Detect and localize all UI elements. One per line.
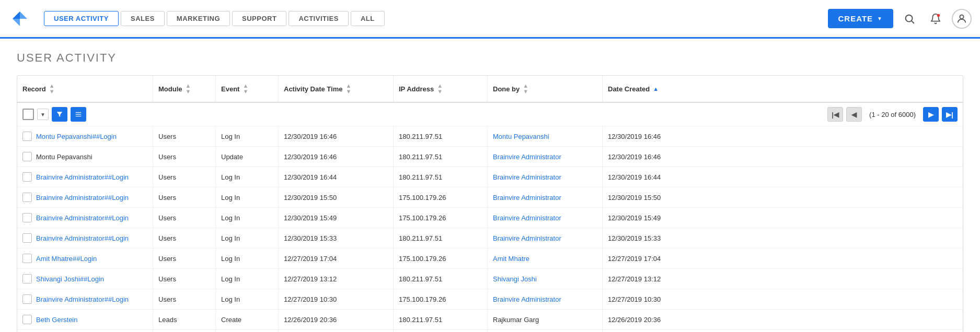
record-link-4[interactable]: Brainvire Administrator##Login	[36, 214, 129, 222]
row-checkbox-6[interactable]	[22, 254, 32, 263]
cell-activity-dt-9: 12/26/2019 20:36	[279, 310, 394, 329]
done-by-link-2[interactable]: Brainvire Administrator	[493, 173, 561, 181]
table-row: Beth Gerstein Leads Create 12/26/2019 20…	[17, 310, 963, 330]
th-ip-label: IP Address	[399, 85, 434, 93]
row-checkbox-0[interactable]	[22, 132, 32, 141]
row-checkbox-8[interactable]	[22, 294, 32, 304]
ip-text-4: 175.100.179.26	[399, 214, 446, 222]
th-event-label: Event	[221, 85, 239, 93]
row-checkbox-5[interactable]	[22, 233, 32, 243]
event-text-6: Log In	[221, 255, 240, 263]
cell-ip-7: 180.211.97.51	[394, 269, 488, 289]
app-logo	[8, 7, 31, 30]
table-row: Brainvire Administrator##Login Users Log…	[17, 208, 963, 228]
th-activity-dt-label: Activity Date Time	[284, 85, 342, 93]
cell-module-9: Leads	[153, 310, 216, 329]
nav-tab-marketing[interactable]: MARKETING	[167, 11, 230, 26]
record-link-5[interactable]: Brainvire Administrator##Login	[36, 234, 129, 242]
nav-tab-support[interactable]: SUPPORT	[232, 11, 286, 26]
done-by-link-5[interactable]: Brainvire Administrator	[493, 234, 561, 242]
record-link-7[interactable]: Shivangi Joshi##Login	[36, 275, 104, 283]
record-link-8[interactable]: Brainvire Administrator##Login	[36, 295, 129, 303]
data-table: Record ▲▼ Module ▲▼ Event ▲▼ Activity Da…	[17, 75, 963, 332]
nav-tab-activities[interactable]: ACTIVITIES	[289, 11, 349, 26]
search-button[interactable]	[900, 9, 919, 29]
cell-record-1: Montu Pepavanshi	[17, 147, 153, 167]
activity-dt-text-5: 12/30/2019 15:33	[284, 234, 337, 242]
cell-date-created-4: 12/30/2019 15:49	[603, 208, 718, 228]
th-event[interactable]: Event ▲▼	[216, 76, 279, 102]
prev-page-button[interactable]: ◀	[846, 107, 862, 122]
date-created-text-5: 12/30/2019 15:33	[608, 234, 661, 242]
module-text-7: Users	[158, 275, 176, 283]
cell-module-7: Users	[153, 269, 216, 289]
cell-activity-dt-3: 12/30/2019 15:50	[279, 187, 394, 207]
done-by-link-1[interactable]: Brainvire Administrator	[493, 153, 561, 161]
cell-done-by-0: Montu Pepavanshi	[488, 126, 603, 146]
th-module-label: Module	[158, 85, 182, 93]
activity-dt-text-0: 12/30/2019 16:46	[284, 133, 337, 140]
list-view-button[interactable]	[71, 107, 86, 122]
svg-point-5	[937, 14, 940, 17]
select-all-checkbox[interactable]	[22, 109, 34, 120]
cell-activity-dt-7: 12/27/2019 13:12	[279, 269, 394, 289]
row-checkbox-2[interactable]	[22, 172, 32, 182]
cell-record-10: Kevin Wujcik	[17, 330, 153, 332]
toolbar-right: |◀ ◀ (1 - 20 of 6000) ▶ ▶|	[827, 107, 958, 122]
row-checkbox-3[interactable]	[22, 193, 32, 202]
th-date-created[interactable]: Date Created ▲	[603, 76, 718, 102]
event-text-0: Log In	[221, 133, 240, 140]
done-by-link-4[interactable]: Brainvire Administrator	[493, 214, 561, 222]
notifications-button[interactable]	[926, 9, 946, 29]
activity-dt-text-8: 12/27/2019 10:30	[284, 295, 337, 303]
cell-ip-5: 180.211.97.51	[394, 228, 488, 248]
record-link-2[interactable]: Brainvire Administrator##Login	[36, 173, 129, 181]
nav-tab-user-activity[interactable]: USER ACTIVITY	[44, 11, 119, 26]
event-text-2: Log In	[221, 173, 240, 181]
list-icon	[75, 111, 82, 118]
th-done-by[interactable]: Done by ▲▼	[488, 76, 603, 102]
cell-record-5: Brainvire Administrator##Login	[17, 228, 153, 248]
row-checkbox-7[interactable]	[22, 274, 32, 283]
done-by-link-3[interactable]: Brainvire Administrator	[493, 194, 561, 201]
cell-event-0: Log In	[216, 126, 279, 146]
cell-module-8: Users	[153, 289, 216, 309]
record-link-9[interactable]: Beth Gerstein	[36, 316, 78, 324]
cell-date-created-3: 12/30/2019 15:50	[603, 187, 718, 207]
record-link-3[interactable]: Brainvire Administrator##Login	[36, 194, 129, 201]
row-checkbox-9[interactable]	[22, 315, 32, 324]
row-checkbox-4[interactable]	[22, 213, 32, 222]
activity-dt-text-9: 12/26/2019 20:36	[284, 316, 337, 324]
last-page-button[interactable]: ▶|	[942, 107, 958, 122]
row-checkbox-1[interactable]	[22, 152, 32, 161]
cell-record-2: Brainvire Administrator##Login	[17, 167, 153, 187]
nav-tab-sales[interactable]: SALES	[121, 11, 165, 26]
cell-ip-3: 175.100.179.26	[394, 187, 488, 207]
table-row: Montu Pepavanshi##Login Users Log In 12/…	[17, 126, 963, 147]
avatar-button[interactable]	[952, 9, 972, 29]
cell-event-3: Log In	[216, 187, 279, 207]
select-dropdown-button[interactable]: ▼	[37, 109, 49, 120]
record-link-6[interactable]: Amit Mhatre##Login	[36, 255, 97, 263]
done-by-link-8[interactable]: Brainvire Administrator	[493, 295, 561, 303]
done-by-link-6[interactable]: Amit Mhatre	[493, 255, 529, 263]
ip-text-9: 180.211.97.51	[399, 316, 442, 324]
th-ip[interactable]: IP Address ▲▼	[394, 76, 488, 102]
create-button[interactable]: CREATE ▼	[828, 9, 893, 28]
done-by-link-7[interactable]: Shivangi Joshi	[493, 275, 537, 283]
cell-event-4: Log In	[216, 208, 279, 228]
date-created-text-9: 12/26/2019 20:36	[608, 316, 661, 324]
record-link-0[interactable]: Montu Pepavanshi##Login	[36, 133, 117, 140]
cell-date-created-5: 12/30/2019 15:33	[603, 228, 718, 248]
nav-tab-all[interactable]: ALL	[351, 11, 385, 26]
done-by-text-9: Rajkumar Garg	[493, 316, 539, 324]
module-text-0: Users	[158, 133, 176, 140]
first-page-button[interactable]: |◀	[827, 107, 843, 122]
done-by-link-0[interactable]: Montu Pepavanshi	[493, 133, 549, 140]
th-activity-dt[interactable]: Activity Date Time ▲▼	[279, 76, 394, 102]
next-page-button[interactable]: ▶	[923, 107, 939, 122]
th-record[interactable]: Record ▲▼	[17, 76, 153, 102]
event-text-7: Log In	[221, 275, 240, 283]
th-module[interactable]: Module ▲▼	[153, 76, 216, 102]
filter-button[interactable]	[52, 107, 67, 122]
